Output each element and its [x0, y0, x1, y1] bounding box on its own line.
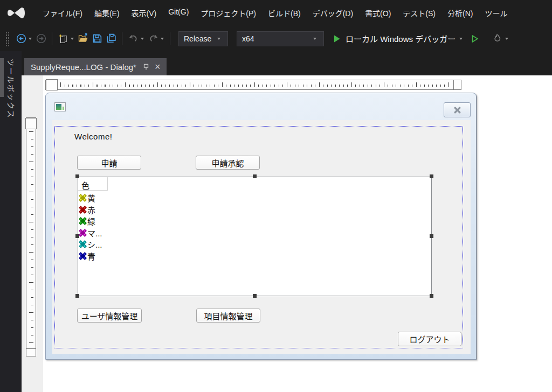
list-item-label: 緑: [87, 215, 95, 227]
list-item: マ...: [78, 227, 431, 239]
start-without-debugging-button[interactable]: [468, 31, 482, 46]
list-column-header[interactable]: 色: [78, 177, 108, 191]
resize-handle[interactable]: [75, 174, 79, 178]
resize-handle[interactable]: [430, 294, 433, 298]
configuration-combobox[interactable]: Release: [178, 31, 228, 46]
save-button[interactable]: [90, 31, 104, 46]
open-file-icon: [78, 33, 88, 44]
resize-handle[interactable]: [75, 234, 79, 238]
toolbox-edge-bar: [0, 58, 4, 97]
list-rows: 黄赤緑マ...シ...青: [78, 191, 431, 262]
undo-dropdown[interactable]: [141, 38, 144, 40]
visual-studio-logo-icon: [8, 7, 25, 19]
menu-bar-items: ファイル(F)編集(E)表示(V)Git(G)プロジェクト(P)ビルド(B)デバ…: [37, 4, 513, 22]
apply-button[interactable]: 申請: [77, 156, 141, 170]
dialog-close-button[interactable]: [444, 102, 471, 117]
main-toolbar: Release x64 ローカル Windows デバッガー: [0, 26, 552, 51]
color-list[interactable]: 色 黄赤緑マ...シ...青: [78, 177, 432, 296]
toolbar-separator: [122, 32, 122, 45]
resize-handle[interactable]: [75, 294, 79, 298]
list-item: 青: [78, 250, 431, 262]
menu-item[interactable]: 分析(N): [441, 4, 479, 22]
new-item-button[interactable]: [56, 31, 70, 46]
navigate-back-dropdown[interactable]: [29, 38, 32, 40]
dialog-designer-surface[interactable]: Welcome! 申請 申請承認 色 黄赤緑マ...シ...青: [22, 75, 552, 392]
color-clover-icon: [79, 217, 87, 225]
toolbox-tab[interactable]: ツールボックス: [6, 59, 17, 119]
menu-item[interactable]: プロジェクト(P): [195, 4, 262, 22]
navigate-forward-icon: [36, 33, 46, 44]
chevron-down-icon: [217, 38, 220, 40]
resize-handle[interactable]: [430, 174, 433, 178]
color-clover-icon: [79, 194, 87, 202]
list-item-label: 黄: [87, 192, 95, 204]
dialog-app-icon: [54, 102, 66, 111]
start-without-debugging-icon: [471, 34, 479, 43]
menu-item[interactable]: ビルド(B): [262, 4, 307, 22]
color-clover-icon: [79, 240, 87, 248]
list-item-label: 赤: [87, 204, 95, 215]
menu-item[interactable]: 表示(V): [126, 4, 163, 22]
list-item-label: 青: [87, 250, 95, 262]
document-tab-strip: SupplyReque...LOG - Dialog* ×: [22, 51, 552, 75]
close-icon[interactable]: ×: [155, 63, 161, 71]
list-item: 黄: [78, 192, 431, 204]
navigate-back-button[interactable]: [14, 31, 28, 46]
vertical-ruler: [26, 117, 36, 356]
undo-icon: [128, 33, 139, 44]
close-icon: [453, 106, 462, 115]
toolbox-sidebar: ツールボックス: [0, 51, 22, 392]
list-item: 緑: [78, 215, 431, 227]
save-all-icon: [106, 33, 116, 44]
welcome-label: Welcome!: [74, 132, 112, 141]
navigate-forward-button[interactable]: [34, 31, 48, 46]
list-item-label: マ...: [87, 227, 102, 239]
resize-handle[interactable]: [253, 294, 257, 298]
new-item-dropdown[interactable]: [71, 38, 74, 40]
list-item: 赤: [78, 204, 431, 216]
platform-value: x64: [242, 34, 313, 43]
list-header: 色: [78, 177, 431, 191]
platform-combobox[interactable]: x64: [237, 31, 324, 46]
menu-item[interactable]: 編集(E): [88, 4, 126, 22]
save-all-button[interactable]: [104, 31, 118, 46]
undo-button[interactable]: [126, 31, 140, 46]
configuration-value: Release: [184, 34, 217, 43]
chevron-down-icon: [313, 38, 316, 40]
item-management-button[interactable]: 項目情報管理: [196, 309, 260, 323]
menu-item[interactable]: 書式(O): [359, 4, 397, 22]
dialog-client-area[interactable]: Welcome! 申請 申請承認 色 黄赤緑マ...シ...青: [52, 120, 471, 354]
toolbar-separator: [170, 32, 170, 45]
menu-item[interactable]: ツール: [479, 4, 513, 22]
resize-handle[interactable]: [253, 174, 257, 178]
menu-item[interactable]: デバッグ(D): [307, 4, 359, 22]
start-debugging-button[interactable]: ローカル Windows デバッガー: [333, 33, 465, 44]
designed-dialog[interactable]: Welcome! 申請 申請承認 色 黄赤緑マ...シ...青: [45, 93, 477, 360]
list-item: シ...: [78, 239, 431, 250]
resize-handle[interactable]: [430, 234, 433, 238]
toolbar-grip[interactable]: [5, 31, 10, 46]
menu-bar: ファイル(F)編集(E)表示(V)Git(G)プロジェクト(P)ビルド(B)デバ…: [0, 0, 552, 26]
toolbar-separator: [52, 32, 52, 45]
hot-reload-button[interactable]: [491, 31, 505, 46]
redo-dropdown[interactable]: [161, 38, 164, 40]
user-management-button[interactable]: ユーザ情報管理: [77, 309, 142, 323]
document-tab[interactable]: SupplyReque...LOG - Dialog* ×: [24, 58, 167, 75]
start-debugging-label: ローカル Windows デバッガー: [346, 33, 456, 44]
new-item-icon: [58, 34, 68, 44]
save-icon: [92, 33, 102, 44]
menu-item[interactable]: Git(G): [162, 4, 195, 22]
menu-item[interactable]: テスト(S): [397, 4, 441, 22]
logout-button[interactable]: ログアウト: [398, 332, 461, 346]
hot-reload-dropdown[interactable]: [505, 38, 508, 40]
menu-item[interactable]: ファイル(F): [37, 4, 88, 22]
color-clover-icon: [79, 206, 87, 214]
color-clover-icon: [79, 252, 87, 260]
redo-button[interactable]: [146, 31, 160, 46]
document-tab-title: SupplyReque...LOG - Dialog*: [31, 62, 136, 72]
approve-button[interactable]: 申請承認: [196, 156, 260, 170]
horizontal-ruler: [45, 80, 461, 90]
pin-icon[interactable]: [142, 63, 149, 71]
open-file-button[interactable]: [76, 31, 90, 46]
start-debugging-dropdown[interactable]: [459, 38, 463, 40]
